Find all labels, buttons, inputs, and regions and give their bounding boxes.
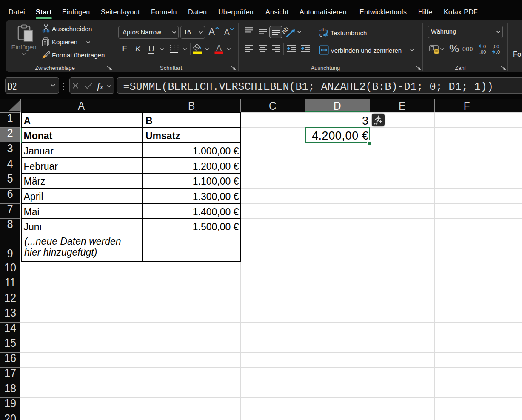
svg-text:A: A (216, 44, 222, 52)
svg-text:0: 0 (483, 44, 486, 49)
svg-text:ab: ab (282, 25, 290, 35)
svg-text:c: c (319, 31, 322, 37)
svg-text:,00: ,00 (493, 44, 499, 49)
svg-text:,00: ,00 (479, 49, 486, 54)
svg-text:,0: ,0 (496, 49, 500, 54)
